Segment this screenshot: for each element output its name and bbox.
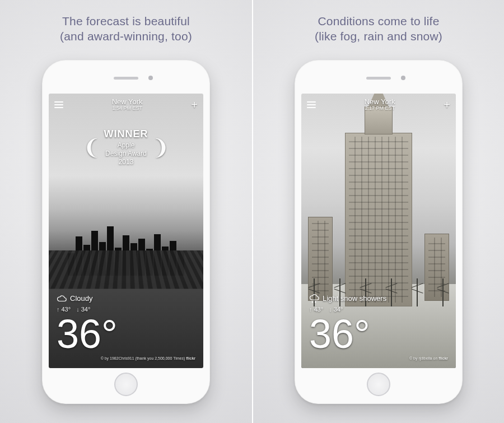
phone-earpiece <box>366 77 391 80</box>
tagline: The forecast is beautiful (and award-win… <box>60 13 192 44</box>
snow-icon <box>309 294 319 304</box>
up-arrow-icon: ↑ <box>309 306 312 313</box>
flickr-logo: flickr <box>186 356 195 360</box>
high-low-row: ↑43° ↓34° <box>57 306 195 313</box>
weather-summary: Cloudy ↑43° ↓34° 36° © by 1982Chris911 (… <box>57 294 195 360</box>
phone-front-camera <box>148 76 153 80</box>
location-header[interactable]: New York 1:54 PM EST <box>112 98 143 111</box>
low-temp: 34° <box>81 306 91 313</box>
location-name: New York <box>365 98 395 106</box>
up-arrow-icon: ↑ <box>57 306 60 313</box>
weather-summary: Light snow showers ↑43° ↓34° 36° © by rj… <box>309 294 448 360</box>
high-temp: 43° <box>314 306 324 313</box>
app-topbar: New York 1:54 PM EST + <box>54 98 198 111</box>
promo-panel-2: Conditions come to life (like fog, rain … <box>252 0 504 423</box>
high-low-row: ↑43° ↓34° <box>309 306 448 313</box>
menu-icon[interactable] <box>54 101 63 108</box>
award-line-3: 2013 <box>119 158 134 166</box>
tagline-line-2: (like fog, rain and snow) <box>315 29 442 44</box>
phone-mockup: New York 2:17 PM EST + Light snow shower… <box>295 60 463 404</box>
high-temp: 43° <box>62 306 71 313</box>
phone-front-camera <box>401 76 405 80</box>
award-title: WINNER <box>104 128 148 140</box>
down-arrow-icon: ↓ <box>329 306 332 313</box>
phone-mockup: New York 1:54 PM EST + ❨ WINNER Apple De… <box>42 60 210 404</box>
phone-home-button <box>367 373 390 396</box>
app-screen: New York 2:17 PM EST + Light snow shower… <box>301 94 456 368</box>
app-screen: New York 1:54 PM EST + ❨ WINNER Apple De… <box>49 94 203 368</box>
award-badge: ❨ WINNER Apple Design Award 2013 ❨ <box>76 128 176 166</box>
add-location-icon[interactable]: + <box>191 101 198 108</box>
location-name: New York <box>112 98 143 106</box>
tagline-line-1: The forecast is beautiful <box>60 13 192 29</box>
condition-text: Cloudy <box>70 294 92 303</box>
location-header[interactable]: New York 2:17 PM EST <box>365 98 395 111</box>
laurel-left-icon: ❨ <box>83 135 101 160</box>
current-temp: 36° <box>309 314 448 354</box>
cloud-icon <box>57 294 67 304</box>
pier-art <box>49 250 203 289</box>
condition-text: Light snow showers <box>323 294 386 303</box>
phone-earpiece <box>114 77 138 80</box>
award-line-1: Apple <box>118 141 135 149</box>
tagline-line-1: Conditions come to life <box>315 13 442 29</box>
location-time: 1:54 PM EST <box>112 106 143 111</box>
current-temp: 36° <box>57 314 195 354</box>
flickr-logo: flickr <box>438 356 448 360</box>
award-line-2: Design Award <box>105 150 147 157</box>
tagline: Conditions come to life (like fog, rain … <box>315 13 442 44</box>
menu-icon[interactable] <box>307 101 316 108</box>
location-time: 2:17 PM EST <box>365 106 395 111</box>
laurel-right-icon: ❨ <box>152 135 170 160</box>
photo-credit: © by rjdibella on flickr <box>309 356 448 360</box>
add-location-icon[interactable]: + <box>444 101 450 108</box>
phone-home-button <box>114 373 138 396</box>
low-temp: 34° <box>334 306 343 313</box>
app-topbar: New York 2:17 PM EST + <box>307 98 450 111</box>
tagline-line-2: (and award-winning, too) <box>60 29 192 44</box>
promo-panel-1: The forecast is beautiful (and award-win… <box>0 0 252 423</box>
photo-credit: © by 1982Chris911 (thank you 2,500,000 T… <box>57 356 195 360</box>
credit-text: © by 1982Chris911 (thank you 2,500,000 T… <box>101 356 186 360</box>
credit-text: © by rjdibella on <box>409 356 438 360</box>
down-arrow-icon: ↓ <box>76 306 80 313</box>
